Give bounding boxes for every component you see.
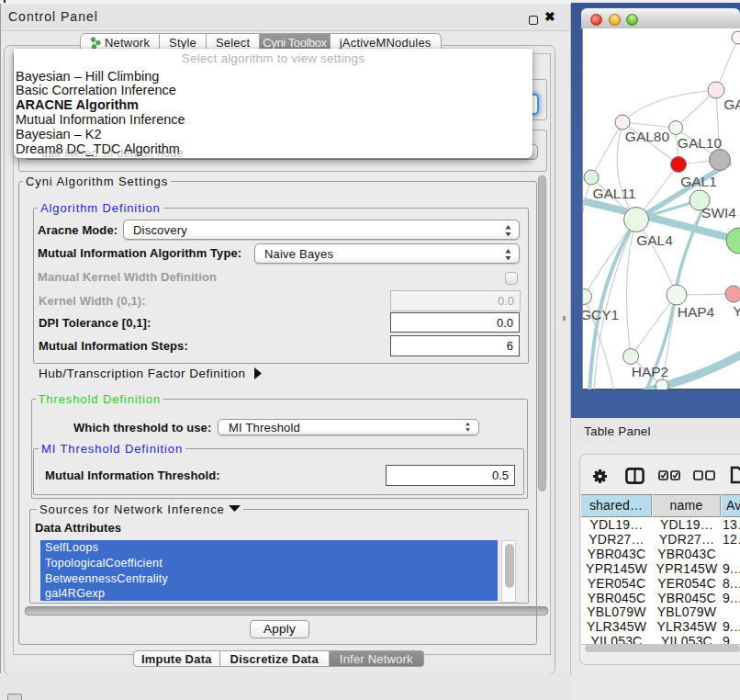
svg-text:SWI4: SWI4	[701, 205, 736, 220]
svg-text:GAL10: GAL10	[678, 135, 723, 151]
svg-text:YEL: YEL	[733, 303, 740, 319]
svg-text:GAL80: GAL80	[625, 129, 670, 144]
svg-text:HAP4: HAP4	[678, 304, 715, 320]
svg-text:HAP2: HAP2	[632, 364, 669, 379]
svg-text:GAL11: GAL11	[592, 186, 635, 201]
svg-text:GAL4: GAL4	[636, 232, 673, 248]
svg-text:GCY1: GCY1	[583, 307, 619, 322]
svg-text:GAL1: GAL1	[680, 174, 717, 189]
svg-text:GAL2: GAL2	[723, 96, 740, 112]
